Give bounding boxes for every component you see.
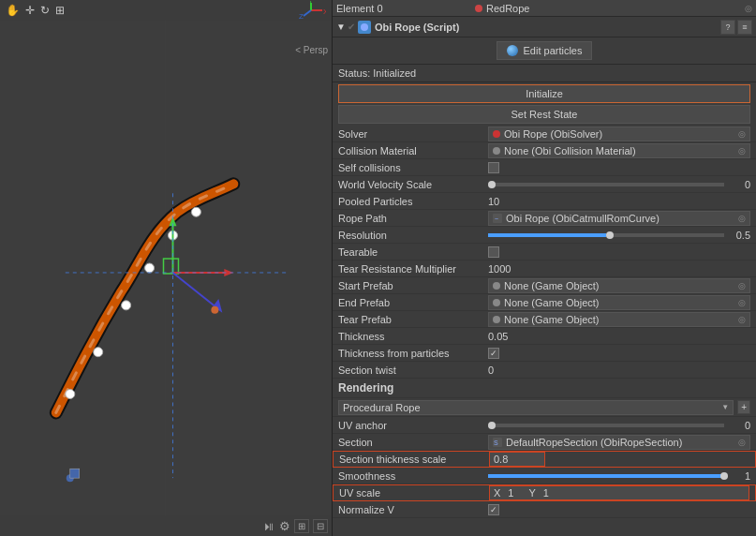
prop-solver-label: Solver (338, 128, 488, 140)
uv-anchor-slider[interactable]: 0 (488, 420, 750, 431)
prop-collision-value: None (Obi Collision Material) ◎ (488, 143, 750, 158)
scale-icon[interactable]: ⊞ (53, 2, 67, 19)
prop-self-collisions: Self collisions (333, 159, 756, 176)
prop-section-thickness-scale: Section thickness scale 0.8 (333, 451, 756, 468)
tear-prefab-field[interactable]: None (Game Object) ◎ (488, 312, 750, 327)
resolution-thumb[interactable] (606, 231, 614, 239)
procedural-rope-row: Procedural Rope ▼ + (333, 398, 756, 417)
prop-section-thickness-scale-label: Section thickness scale (339, 454, 489, 465)
smoothness-slider[interactable]: 1 (488, 470, 750, 482)
prop-collision-label: Collision Material (338, 145, 488, 156)
slider-track (488, 183, 724, 186)
prop-self-collisions-label: Self collisions (338, 162, 488, 173)
component-menu-btn[interactable]: ≡ (737, 20, 752, 35)
set-rest-button[interactable]: Set Rest State (338, 105, 750, 124)
smoothness-track (488, 474, 724, 478)
resolution-track (488, 233, 724, 237)
prop-thickness-label: Thickness (338, 331, 488, 342)
prop-thickness: Thickness 0.05 (333, 328, 756, 345)
prop-world-velocity-label: World Velocity Scale (338, 179, 488, 190)
tearable-checkbox[interactable] (488, 246, 499, 258)
prop-solver: Solver Obi Rope (ObiSolver) ◎ (333, 126, 756, 142)
svg-point-12 (145, 263, 155, 273)
self-collisions-checkbox[interactable] (488, 162, 499, 173)
solver-field[interactable]: Obi Rope (ObiSolver) ◎ (488, 127, 750, 141)
component-toolbar: ? ≡ (720, 20, 752, 35)
prop-collision-material: Collision Material None (Obi Collision M… (333, 142, 756, 159)
section-field[interactable]: S DefaultRopeSection (ObiRopeSection) ◎ (488, 435, 750, 450)
hand-icon[interactable]: ✋ (4, 2, 22, 19)
prop-pooled-label: Pooled Particles (338, 196, 488, 207)
initialize-row: Initialize Set Rest State (333, 82, 756, 126)
svg-text:~: ~ (495, 216, 498, 222)
prop-world-velocity: World Velocity Scale 0 (333, 176, 756, 193)
section-thickness-scale-input[interactable]: 0.8 (489, 452, 545, 467)
prop-tear-resistance: Tear Resistance Multiplier 1000 (333, 261, 756, 277)
prop-start-prefab-value: None (Game Object) ◎ (488, 278, 750, 293)
section-icon: S (493, 438, 502, 447)
collision-field[interactable]: None (Obi Collision Material) ◎ (488, 143, 750, 158)
scene-panel: ✋ ✛ ↻ ⊞ X Y Z (0, 0, 333, 536)
slider-thumb[interactable] (488, 181, 496, 188)
prop-uv-anchor-value: 0 (488, 420, 750, 431)
smoothness-thumb[interactable] (720, 472, 728, 480)
prop-tearable-value (488, 246, 750, 258)
world-velocity-value: 0 (728, 179, 750, 190)
scene-btn-3[interactable]: ⊞ (294, 519, 309, 533)
prop-pooled-value: 10 (488, 196, 750, 207)
pooled-particles-text: 10 (488, 196, 499, 207)
section-text: DefaultRopeSection (ObiRopeSection) (506, 437, 682, 448)
svg-text:S: S (494, 439, 498, 446)
uv-anchor-value-text: 0 (728, 420, 750, 431)
collision-arrow-icon: ◎ (738, 146, 746, 156)
persp-label: < Persp (295, 45, 328, 55)
rotate-icon[interactable]: ↻ (38, 2, 52, 19)
world-velocity-slider[interactable]: 0 (488, 179, 750, 190)
prop-solver-value: Obi Rope (ObiSolver) ◎ (488, 127, 750, 141)
uv-scale-x-value: 1 (508, 487, 513, 499)
uv-scale-field[interactable]: X 1 Y 1 (489, 485, 749, 500)
particles-sphere-icon (507, 45, 518, 56)
start-prefab-field[interactable]: None (Game Object) ◎ (488, 278, 750, 293)
component-help-btn[interactable]: ? (720, 20, 735, 35)
rope-path-arrow: ◎ (738, 214, 746, 223)
prop-end-prefab-value: None (Game Object) ◎ (488, 295, 750, 310)
thickness-from-particles-checkbox[interactable] (488, 348, 499, 359)
edit-particles-row: Edit particles (333, 37, 756, 65)
section-arrow: ◎ (738, 438, 746, 447)
collision-text: None (Obi Collision Material) (504, 145, 636, 156)
prop-rope-path: Rope Path ~ Obi Rope (ObiCatmullRomCurve… (333, 210, 756, 227)
prop-world-velocity-value: 0 (488, 179, 750, 190)
tear-prefab-icon (493, 316, 500, 323)
rope-path-field[interactable]: ~ Obi Rope (ObiCatmullRomCurve) ◎ (488, 211, 750, 226)
procedural-rope-dropdown[interactable]: Procedural Rope ▼ (338, 400, 734, 415)
solver-arrow-icon: ◎ (738, 129, 746, 139)
prop-tear-prefab: Tear Prefab None (Game Object) ◎ (333, 311, 756, 328)
normalize-v-checkbox[interactable] (488, 504, 499, 515)
scene-btn-1[interactable]: ⏯ (263, 519, 275, 533)
prop-end-prefab-label: End Prefab (338, 297, 488, 308)
edit-particles-button[interactable]: Edit particles (497, 41, 593, 60)
status-text: Status: Initialized (338, 67, 416, 79)
initialize-button[interactable]: Initialize (338, 84, 750, 103)
xyz-icon: X Y Z (296, 1, 326, 22)
element-select-btn[interactable]: ◎ (745, 4, 752, 13)
svg-point-24 (211, 306, 218, 314)
procedural-rope-container: Procedural Rope ▼ + (338, 400, 750, 415)
prop-uv-scale-value: X 1 Y 1 (489, 485, 749, 500)
component-check-icon[interactable]: ✔ (348, 22, 355, 32)
collision-dot-icon (493, 147, 500, 155)
resolution-slider[interactable]: 0.5 (488, 230, 750, 241)
prop-thickness-from-particles-label: Thickness from particles (338, 348, 488, 359)
uv-anchor-thumb[interactable] (488, 422, 496, 429)
scene-btn-2[interactable]: ⚙ (279, 519, 290, 533)
scene-btn-4[interactable]: ⊟ (313, 519, 328, 533)
prop-normalize-v-value (488, 504, 750, 515)
rendering-add-btn[interactable]: + (737, 400, 750, 414)
prop-resolution-value: 0.5 (488, 230, 750, 241)
svg-rect-26 (70, 469, 80, 478)
end-prefab-field[interactable]: None (Game Object) ◎ (488, 295, 750, 310)
uv-scale-x-label: X (494, 487, 500, 499)
rendering-label: Rendering (338, 381, 393, 395)
move-icon[interactable]: ✛ (23, 2, 37, 19)
